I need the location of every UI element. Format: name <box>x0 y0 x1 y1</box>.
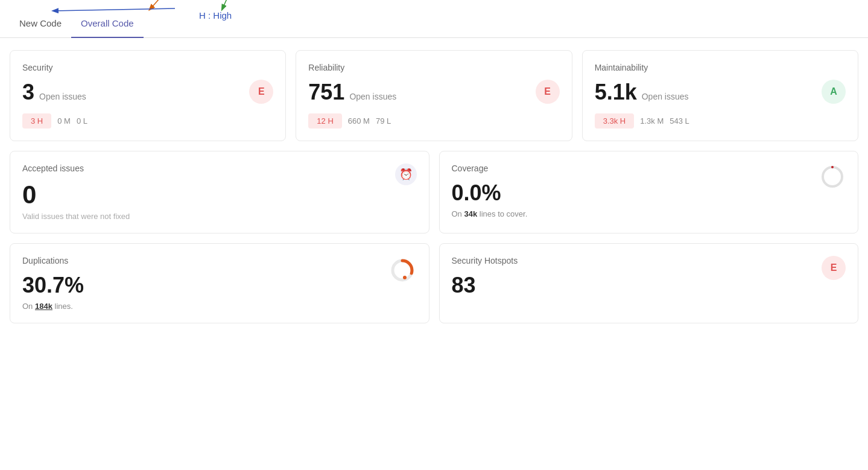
tab-overall-code[interactable]: Overall Code <box>71 10 144 38</box>
row-3-cards: Duplications 30.7% On 184k lines. <box>0 243 868 333</box>
security-hotspots-title: Security Hotspots <box>452 256 822 265</box>
duplications-donut-icon <box>388 256 417 285</box>
security-count-label: Open issues <box>39 92 86 101</box>
coverage-ring-icon <box>819 164 846 190</box>
reliability-low[interactable]: 79 L <box>376 116 391 125</box>
duplications-title: Duplications <box>22 256 388 265</box>
coverage-card: Coverage 0.0% On 34k lines to cover. <box>439 151 859 233</box>
reliability-card: Reliability 751 Open issues E 12 H 660 M… <box>296 50 572 141</box>
security-main: 3 Open issues E <box>22 80 273 105</box>
security-hotspots-count: 83 <box>452 273 822 298</box>
tab-new-code[interactable]: New Code <box>10 10 71 38</box>
security-medium[interactable]: 0 M <box>57 116 71 125</box>
svg-line-1 <box>222 0 234 10</box>
maintainability-grade[interactable]: A <box>822 80 846 104</box>
reliability-grade[interactable]: E <box>536 80 560 104</box>
reliability-count-label: Open issues <box>349 92 396 101</box>
maintainability-count: 5.1k <box>595 80 637 105</box>
row-1-cards: Security 3 Open issues E 3 H 0 M 0 L Rel… <box>0 50 868 151</box>
svg-point-3 <box>823 167 842 186</box>
maintainability-count-label: Open issues <box>642 92 689 101</box>
accepted-issues-count: 0 <box>22 180 395 209</box>
coverage-value: 0.0% <box>452 180 820 206</box>
reliability-count: 751 <box>308 80 344 105</box>
security-hotspots-grade[interactable]: E <box>822 256 846 280</box>
security-high[interactable]: 3 H <box>22 113 51 129</box>
security-grade[interactable]: E <box>249 80 273 104</box>
security-title: Security <box>22 63 273 72</box>
coverage-sub-bold: 34k <box>464 209 477 218</box>
security-card: Security 3 Open issues E 3 H 0 M 0 L <box>10 50 286 141</box>
maintainability-low[interactable]: 543 L <box>670 116 689 125</box>
maintainability-medium[interactable]: 1.3k M <box>640 116 664 125</box>
coverage-title: Coverage <box>452 164 820 173</box>
maintainability-high[interactable]: 3.3k H <box>595 113 635 129</box>
coverage-sub-suffix: lines to cover. <box>480 209 528 218</box>
reliability-medium[interactable]: 660 M <box>348 116 370 125</box>
duplications-sub-bold: 184k <box>35 302 52 311</box>
duplications-sub-suffix: lines. <box>55 302 73 311</box>
security-count: 3 <box>22 80 34 105</box>
accepted-issues-card: Accepted issues 0 Valid issues that were… <box>10 151 429 233</box>
maintainability-main: 5.1k Open issues A <box>595 80 846 105</box>
coverage-sub-prefix: On <box>452 209 462 218</box>
row-2-cards: Accepted issues 0 Valid issues that were… <box>0 151 868 243</box>
duplications-card: Duplications 30.7% On 184k lines. <box>10 243 429 323</box>
tabs-bar: New Code Overall Code M : Medium L : Low <box>0 10 868 38</box>
duplications-sub-prefix: On <box>22 302 33 311</box>
duplications-subtitle: On 184k lines. <box>22 302 388 311</box>
reliability-severity-row: 12 H 660 M 79 L <box>308 113 559 129</box>
maintainability-title: Maintainability <box>595 63 846 72</box>
maintainability-severity-row: 3.3k H 1.3k M 543 L <box>595 113 846 129</box>
security-low[interactable]: 0 L <box>77 116 87 125</box>
svg-point-7 <box>403 276 407 279</box>
reliability-title: Reliability <box>308 63 559 72</box>
accepted-issues-title: Accepted issues <box>22 164 395 173</box>
duplications-value: 30.7% <box>22 273 388 298</box>
reliability-main: 751 Open issues E <box>308 80 559 105</box>
security-severity-row: 3 H 0 M 0 L <box>22 113 273 129</box>
maintainability-card: Maintainability 5.1k Open issues A 3.3k … <box>582 50 858 141</box>
svg-line-0 <box>150 0 228 10</box>
annotation-high-label: H : High <box>199 10 232 21</box>
accepted-issues-subtitle: Valid issues that were not fixed <box>22 212 395 221</box>
coverage-subtitle: On 34k lines to cover. <box>452 209 820 218</box>
alarm-icon: ⏰ <box>395 164 417 185</box>
reliability-high[interactable]: 12 H <box>308 113 341 129</box>
security-hotspots-card: Security Hotspots 83 E <box>439 243 859 323</box>
